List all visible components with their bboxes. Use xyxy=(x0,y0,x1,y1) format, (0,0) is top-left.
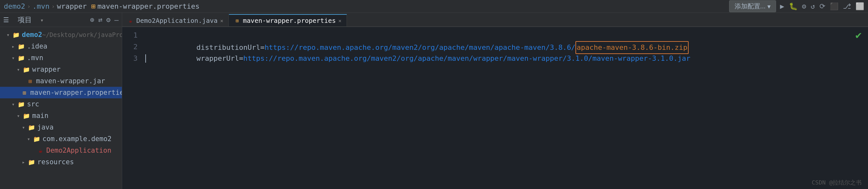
folder-icon-demo2: 📁 xyxy=(12,31,20,38)
tree-item-com-example[interactable]: 📁 com.example.demo2 xyxy=(0,133,122,145)
line1-url: https://repo.maven.apache.org/maven2/org… xyxy=(265,43,576,52)
main-layout: ☰ 项目 ▾ ⊕ ⇄ ⚙ — 📁 demo2 ~/Desktop/work/ja… xyxy=(0,13,868,189)
tree-item-maven-properties[interactable]: ⊞ maven-wrapper.properties xyxy=(0,87,122,98)
tab-label-maven-props: maven-wrapper.properties xyxy=(243,17,336,25)
tree-arrow-resources xyxy=(21,159,26,165)
refresh-icon[interactable]: ↺ xyxy=(811,2,815,10)
reload-icon[interactable]: ⟳ xyxy=(819,2,825,10)
tree-arrow-main xyxy=(16,113,21,119)
line2-key: wrapperUrl= xyxy=(196,54,243,62)
code-content[interactable]: distributionUrl=https://repo.maven.apach… xyxy=(142,30,868,186)
tree-item-demo2[interactable]: 📁 demo2 ~/Desktop/work/javaProject/demo2 xyxy=(0,29,122,40)
tree-label-com-example: com.example.demo2 xyxy=(42,135,112,143)
line-number-2: 2 xyxy=(126,41,137,53)
tree-item-java[interactable]: 📁 java xyxy=(0,122,122,133)
breadcrumb-file: maven-wrapper.properties xyxy=(97,2,199,10)
tree-path-demo2: ~/Desktop/work/javaProject/demo2 xyxy=(42,31,122,38)
line-number-3: 3 xyxy=(126,53,137,64)
top-bar: demo2 › .mvn › wrapper ⊞ maven-wrapper.p… xyxy=(0,0,868,13)
tree-label-wrapper: wrapper xyxy=(32,66,61,73)
line-number-1: 1 xyxy=(126,30,137,41)
breadcrumb: demo2 › .mvn › wrapper ⊞ maven-wrapper.p… xyxy=(4,2,199,10)
toolbar-icons: ▶ 🐛 ⚙ ↺ ⟳ ⬛ ⎇ ⬜ xyxy=(780,2,864,10)
check-mark: ✔ xyxy=(856,29,862,41)
jar-icon: ⊞ xyxy=(26,77,34,85)
tab-label-demo2app: Demo2Application.java xyxy=(136,17,218,25)
tree-arrow-wrapper xyxy=(16,66,21,72)
tree-item-mvn[interactable]: 📁 .mvn xyxy=(0,52,122,64)
folder-icon-resources: 📁 xyxy=(28,158,35,166)
tree-item-wrapper[interactable]: 📁 wrapper xyxy=(0,64,122,75)
tree-label-src: src xyxy=(27,100,39,108)
folder-icon-wrapper: 📁 xyxy=(23,66,30,73)
folder-icon-java: 📁 xyxy=(28,123,35,131)
tree-label-mvn: .mvn xyxy=(27,54,43,62)
breadcrumb-current: wrapper xyxy=(57,2,87,10)
tree-arrow-demo2 xyxy=(5,32,11,38)
tab-java-icon: ☕ xyxy=(127,18,134,24)
tab-props-icon: ⊞ xyxy=(234,18,241,24)
layout-icon[interactable]: ⬜ xyxy=(856,2,864,10)
git-icon[interactable]: ⎇ xyxy=(843,2,851,10)
code-line-1: distributionUrl=https://repo.maven.apach… xyxy=(145,30,864,41)
tree-arrow-idea xyxy=(10,43,16,49)
folder-icon-idea: 📁 xyxy=(18,42,25,50)
editor-area: ☕ Demo2Application.java ✕ ⊞ maven-wrappe… xyxy=(122,13,868,189)
breadcrumb-folder1[interactable]: .mvn xyxy=(32,2,50,10)
breadcrumb-sep1: › xyxy=(27,3,31,10)
dropdown-icon: ▾ xyxy=(767,3,771,10)
line-numbers: 1 2 3 xyxy=(122,30,142,186)
code-editor[interactable]: 1 2 3 distributionUrl=https://repo.maven… xyxy=(122,27,868,189)
folder-icon-com-example: 📁 xyxy=(33,135,40,143)
tab-demo2app[interactable]: ☕ Demo2Application.java ✕ xyxy=(122,15,229,26)
java-class-icon: ☕ xyxy=(37,147,44,154)
tree-label-maven-jar: maven-wrapper.jar xyxy=(36,77,105,85)
text-cursor xyxy=(145,54,146,63)
gear-icon[interactable]: ⚙ xyxy=(106,16,111,24)
settings-icon[interactable]: ⚙ xyxy=(802,2,806,10)
tab-maven-props[interactable]: ⊞ maven-wrapper.properties ✕ xyxy=(229,14,347,26)
editor-wrapper: ☕ Demo2Application.java ✕ ⊞ maven-wrappe… xyxy=(122,13,868,189)
tree-label-java: java xyxy=(37,123,54,131)
tree-item-src[interactable]: 📁 src xyxy=(0,98,122,110)
watermark: CSDN @拉结尔之书 xyxy=(812,179,862,186)
tree-arrow-com-example xyxy=(26,136,31,142)
tree-item-idea[interactable]: 📁 .idea xyxy=(0,40,122,52)
tree-item-main[interactable]: 📁 main xyxy=(0,110,122,122)
tree-arrow-mvn xyxy=(10,55,16,61)
tree-label-main: main xyxy=(32,112,49,120)
add-config-label: 添加配置... xyxy=(735,2,766,10)
tabs-bar: ☕ Demo2Application.java ✕ ⊞ maven-wrappe… xyxy=(122,13,868,27)
tab-close-maven-props[interactable]: ✕ xyxy=(339,18,342,24)
sidebar-title: ☰ 项目 ▾ xyxy=(3,15,86,25)
folder-icon-src: 📁 xyxy=(18,100,25,108)
sync-icon[interactable]: ⇄ xyxy=(98,16,102,24)
tree-item-demo2app[interactable]: ☕ Demo2Application xyxy=(0,145,122,156)
tree-label-demo2: demo2 xyxy=(22,31,42,38)
run-icon[interactable]: ▶ xyxy=(780,2,784,10)
add-config-button[interactable]: 添加配置... ▾ xyxy=(729,0,776,12)
tree-arrow-src xyxy=(10,101,16,107)
add-item-icon[interactable]: ⊕ xyxy=(90,16,94,24)
breadcrumb-file-icon: ⊞ xyxy=(91,2,95,10)
collapse-icon[interactable]: — xyxy=(115,16,119,24)
tree-label-resources: resources xyxy=(37,158,74,166)
line1-key: distributionUrl= xyxy=(196,43,265,52)
tree-label-idea: .idea xyxy=(27,42,47,50)
tree-label-maven-properties: maven-wrapper.properties xyxy=(30,89,122,96)
sidebar-tree: 📁 demo2 ~/Desktop/work/javaProject/demo2… xyxy=(0,27,122,189)
breadcrumb-project[interactable]: demo2 xyxy=(4,2,25,10)
sidebar: ☰ 项目 ▾ ⊕ ⇄ ⚙ — 📁 demo2 ~/Desktop/work/ja… xyxy=(0,13,122,189)
tree-label-demo2app: Demo2Application xyxy=(46,147,111,154)
tree-arrow-java xyxy=(21,124,26,130)
tree-item-resources[interactable]: 📁 resources xyxy=(0,156,122,168)
stop-icon[interactable]: ⬛ xyxy=(830,2,838,10)
top-bar-right: 添加配置... ▾ ▶ 🐛 ⚙ ↺ ⟳ ⬛ ⎇ ⬜ xyxy=(729,0,864,12)
folder-icon-mvn: 📁 xyxy=(18,54,25,62)
folder-icon-main: 📁 xyxy=(23,112,30,120)
tab-close-demo2app[interactable]: ✕ xyxy=(220,18,223,24)
tree-item-maven-jar[interactable]: ⊞ maven-wrapper.jar xyxy=(0,75,122,87)
line2-url: https://repo.maven.apache.org/maven2/org… xyxy=(243,54,690,62)
debug-icon[interactable]: 🐛 xyxy=(789,2,798,10)
sidebar-toolbar: ☰ 项目 ▾ ⊕ ⇄ ⚙ — xyxy=(0,13,122,27)
